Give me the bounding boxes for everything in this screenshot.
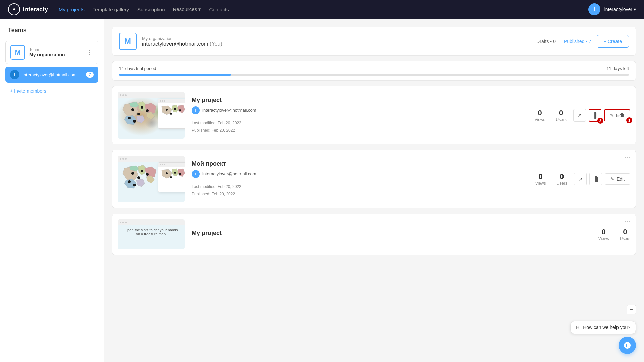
project-1-name: My project (192, 97, 528, 104)
svg-point-31 (146, 173, 149, 176)
team-name: My organization (29, 52, 83, 57)
project-2-second-screen (158, 162, 185, 192)
project-1-stats-button[interactable]: ▐| 2 (589, 109, 601, 122)
external-link-icon: ↗ (578, 176, 582, 182)
chat-minimize-button[interactable]: − (627, 305, 636, 314)
svg-marker-24 (136, 179, 145, 187)
project-2-name: Мой проект (192, 160, 529, 167)
org-published[interactable]: Published • 7 (564, 39, 591, 44)
nav-username[interactable]: interactylover ▾ (604, 7, 636, 12)
project-2-views: 0 Views (535, 172, 546, 186)
trial-bar (119, 74, 629, 76)
svg-point-19 (179, 109, 181, 111)
project-1-actions: ↗ ▐| 2 ✎ Edit 1 (573, 109, 630, 122)
svg-point-32 (133, 184, 136, 186)
sidebar-title: Teams (5, 27, 98, 34)
svg-point-36 (166, 172, 168, 174)
create-button[interactable]: + Create (597, 35, 629, 48)
project-card-2: ⋮ (112, 150, 636, 208)
logo[interactable]: ✦ interacty (8, 3, 48, 15)
nav-my-projects[interactable]: My projects (59, 5, 85, 14)
svg-point-28 (141, 170, 143, 172)
team-card[interactable]: M Team My organization ⋮ (5, 41, 98, 64)
svg-point-16 (166, 109, 168, 111)
team-menu-dots[interactable]: ⋮ (87, 49, 93, 56)
svg-marker-3 (124, 115, 136, 125)
project-2-owner-avatar: I (192, 170, 200, 178)
project-2-info: Мой проект I interactylover@hotmail.com … (192, 160, 529, 198)
nav-contacts[interactable]: Contacts (209, 5, 229, 14)
org-name: My organization (142, 36, 531, 41)
member-name: interactylover@hotmail.com... (23, 72, 83, 77)
project-1-owner: I interactylover@hotmail.com (192, 106, 528, 114)
project-1-info: My project I interactylover@hotmail.com … (192, 97, 528, 134)
org-header: M My organization interactylover@hotmail… (112, 27, 636, 56)
logo-text: interacty (23, 6, 48, 13)
member-badge: 7 (86, 72, 94, 78)
org-avatar: M (119, 33, 137, 50)
logo-icon: ✦ (8, 3, 20, 15)
project-1-dates: Last modified: Feb 20, 2022 Published: F… (192, 120, 528, 134)
invite-members-button[interactable]: + Invite members (5, 85, 51, 96)
project-1-edit-badge: 1 (626, 117, 632, 123)
project-2-actions: ↗ ▐| ✎ Edit (574, 173, 630, 185)
project-2-thumbnail (118, 156, 185, 202)
trial-header: 14-days trial period 11 days left (119, 66, 629, 71)
trial-progress (119, 74, 231, 76)
chat-widget: − Hi! How can we help you? (570, 318, 636, 354)
main-content: M My organization interactylover@hotmail… (104, 19, 644, 362)
project-2-edit-button[interactable]: ✎ Edit (605, 173, 630, 185)
project-2-dates: Last modified: Feb 20, 2022 Published: F… (192, 183, 529, 198)
project-2-owner-email: interactylover@hotmail.com (202, 171, 256, 176)
layout: Teams M Team My organization ⋮ I interac… (0, 19, 644, 362)
pencil-icon: ✎ (610, 113, 614, 118)
nav-template-gallery[interactable]: Template gallery (93, 5, 129, 14)
org-email: interactylover@hotmail.com (You) (142, 41, 531, 47)
project-3-menu-dots[interactable]: ⋮ (624, 218, 631, 225)
trial-days-left: 11 days left (607, 66, 629, 71)
team-avatar: M (10, 45, 25, 60)
org-stats: Drafts • 0 Published • 7 (536, 39, 591, 44)
external-link-icon: ↗ (577, 112, 582, 119)
project-1-open-button[interactable]: ↗ (573, 109, 586, 122)
project-1-views: 0 Views (535, 109, 545, 122)
project-3-name: My project (192, 230, 592, 237)
svg-point-9 (137, 113, 140, 115)
bar-chart-icon: ▐| (592, 112, 598, 118)
nav-resources[interactable]: Resources ▾ (173, 5, 201, 14)
project-1-users: 0 Users (556, 109, 567, 122)
project-1-owner-email: interactylover@hotmail.com (202, 108, 256, 113)
svg-marker-4 (136, 115, 145, 123)
bar-chart-icon: ▐| (593, 176, 598, 182)
svg-point-30 (128, 180, 131, 183)
svg-point-29 (137, 176, 140, 179)
project-card-1: ⋮ (112, 86, 636, 144)
project-1-edit-button[interactable]: ✎ Edit 1 (604, 109, 630, 121)
project-3-views: 0 Views (598, 228, 609, 241)
project-1-owner-avatar: I (192, 106, 200, 114)
svg-point-8 (141, 106, 143, 109)
svg-marker-23 (124, 179, 136, 188)
member-item[interactable]: I interactylover@hotmail.com... 7 (5, 67, 98, 83)
team-label: Team (29, 47, 83, 52)
svg-point-27 (131, 172, 134, 175)
project-1-stats-badge: 2 (597, 118, 603, 124)
project-3-users: 0 Users (620, 228, 630, 241)
project-1-menu-dots[interactable]: ⋮ (624, 91, 631, 98)
chat-open-button[interactable] (619, 337, 636, 354)
svg-marker-35 (178, 169, 185, 177)
svg-point-18 (170, 113, 172, 115)
navbar: ✦ interacty My projects Template gallery… (0, 0, 644, 19)
nav-subscription[interactable]: Subscription (137, 5, 165, 14)
project-2-users: 0 Users (557, 172, 567, 186)
project-2-owner: I interactylover@hotmail.com (192, 170, 529, 178)
project-2-open-button[interactable]: ↗ (574, 173, 587, 185)
project-1-second-screen (158, 99, 185, 129)
sidebar: Teams M Team My organization ⋮ I interac… (0, 19, 104, 362)
project-card-3: ⋮ Open the slots to get your handson a t… (112, 214, 636, 255)
project-2-stats: 0 Views 0 Users (535, 172, 567, 186)
trial-label: 14-days trial period (119, 66, 156, 71)
project-2-menu-dots[interactable]: ⋮ (624, 155, 631, 161)
project-2-stats-button[interactable]: ▐| (589, 173, 602, 185)
svg-point-11 (146, 109, 149, 112)
